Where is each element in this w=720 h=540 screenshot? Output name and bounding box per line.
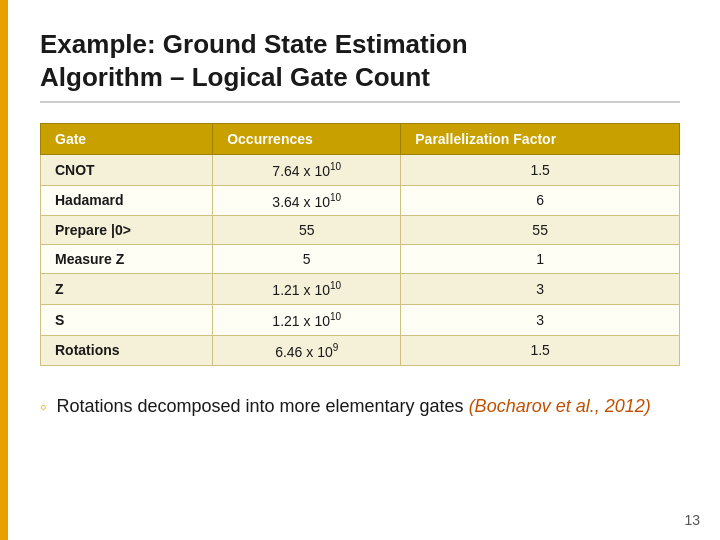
table-row: Hadamard3.64 x 10106 bbox=[41, 185, 680, 216]
cell-occurrences: 3.64 x 1010 bbox=[213, 185, 401, 216]
cell-parallelization: 6 bbox=[401, 185, 680, 216]
cell-occurrences: 6.46 x 109 bbox=[213, 335, 401, 366]
bullet-icon: ◦ bbox=[40, 395, 46, 420]
cell-occurrences: 5 bbox=[213, 245, 401, 274]
cell-gate: Hadamard bbox=[41, 185, 213, 216]
table-row: Measure Z51 bbox=[41, 245, 680, 274]
cell-occurrences: 1.21 x 1010 bbox=[213, 304, 401, 335]
cell-gate: Measure Z bbox=[41, 245, 213, 274]
cell-parallelization: 1 bbox=[401, 245, 680, 274]
col-header-occurrences: Occurrences bbox=[213, 124, 401, 155]
table-row: S1.21 x 10103 bbox=[41, 304, 680, 335]
data-table-container: Gate Occurrences Parallelization Factor … bbox=[40, 123, 680, 366]
cell-parallelization: 1.5 bbox=[401, 155, 680, 186]
left-accent-bar bbox=[0, 0, 8, 540]
slide-container: Example: Ground State Estimation Algorit… bbox=[0, 0, 720, 540]
page-number: 13 bbox=[684, 512, 700, 528]
table-header-row: Gate Occurrences Parallelization Factor bbox=[41, 124, 680, 155]
cell-occurrences: 7.64 x 1010 bbox=[213, 155, 401, 186]
table-row: Z1.21 x 10103 bbox=[41, 274, 680, 305]
cell-parallelization: 55 bbox=[401, 216, 680, 245]
col-header-gate: Gate bbox=[41, 124, 213, 155]
title-line1: Example: Ground State Estimation bbox=[40, 29, 468, 59]
table-row: CNOT7.64 x 10101.5 bbox=[41, 155, 680, 186]
cell-gate: Prepare |0> bbox=[41, 216, 213, 245]
cell-gate: Rotations bbox=[41, 335, 213, 366]
cell-gate: S bbox=[41, 304, 213, 335]
bullet-main-text: Rotations decomposed into more elementar… bbox=[56, 396, 468, 416]
gate-table: Gate Occurrences Parallelization Factor … bbox=[40, 123, 680, 366]
cell-occurrences: 55 bbox=[213, 216, 401, 245]
cell-occurrences: 1.21 x 1010 bbox=[213, 274, 401, 305]
cell-gate: Z bbox=[41, 274, 213, 305]
cell-parallelization: 1.5 bbox=[401, 335, 680, 366]
table-row: Prepare |0>5555 bbox=[41, 216, 680, 245]
col-header-parallelization: Parallelization Factor bbox=[401, 124, 680, 155]
bullet-text: Rotations decomposed into more elementar… bbox=[56, 394, 650, 419]
cell-gate: CNOT bbox=[41, 155, 213, 186]
bullet-citation: (Bocharov et al., 2012) bbox=[469, 396, 651, 416]
cell-parallelization: 3 bbox=[401, 304, 680, 335]
bullet-section: ◦ Rotations decomposed into more element… bbox=[40, 394, 680, 420]
title-line2: Algorithm – Logical Gate Count bbox=[40, 62, 430, 92]
cell-parallelization: 3 bbox=[401, 274, 680, 305]
table-row: Rotations6.46 x 1091.5 bbox=[41, 335, 680, 366]
slide-title: Example: Ground State Estimation Algorit… bbox=[40, 28, 680, 103]
